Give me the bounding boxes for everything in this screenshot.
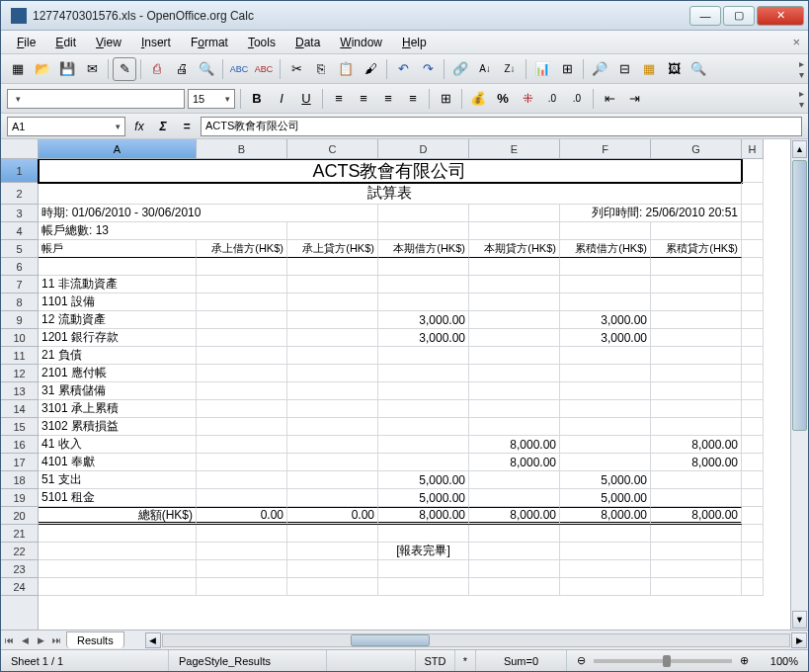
row-header-8[interactable]: 8 bbox=[1, 294, 38, 311]
cell[interactable] bbox=[651, 471, 742, 489]
cell[interactable]: 4101 奉獻 bbox=[39, 454, 197, 471]
cell[interactable]: 3102 累積損益 bbox=[39, 418, 197, 436]
add-decimal-icon[interactable]: .0 bbox=[541, 88, 563, 110]
cell[interactable] bbox=[742, 365, 764, 382]
cell[interactable]: 8,000.00 bbox=[378, 507, 469, 525]
tab-first-icon[interactable]: ⏮ bbox=[1, 632, 17, 648]
chart-icon[interactable]: 📊 bbox=[531, 58, 553, 80]
cell[interactable] bbox=[287, 276, 378, 294]
cell[interactable]: 8,000.00 bbox=[651, 436, 742, 454]
cell[interactable] bbox=[560, 436, 651, 454]
cell[interactable] bbox=[197, 294, 287, 311]
row-header-23[interactable]: 23 bbox=[1, 560, 38, 578]
cell[interactable]: 2101 應付帳 bbox=[39, 365, 197, 382]
cell[interactable] bbox=[651, 276, 742, 294]
row-header-16[interactable]: 16 bbox=[1, 436, 38, 454]
close-button[interactable]: ✕ bbox=[757, 6, 804, 26]
cell[interactable] bbox=[287, 525, 378, 543]
datasource-icon[interactable]: ⊟ bbox=[613, 58, 635, 80]
cell[interactable] bbox=[560, 276, 651, 294]
cell[interactable] bbox=[742, 578, 764, 596]
cell[interactable] bbox=[287, 382, 378, 400]
minimize-button[interactable]: — bbox=[689, 6, 721, 26]
open-icon[interactable]: 📂 bbox=[32, 58, 53, 80]
cell[interactable] bbox=[469, 471, 560, 489]
cell[interactable] bbox=[39, 560, 197, 578]
cell[interactable] bbox=[197, 578, 287, 596]
cell[interactable] bbox=[197, 276, 287, 294]
doc-close-icon[interactable]: × bbox=[792, 35, 800, 49]
cell[interactable]: 本期借方(HK$) bbox=[378, 240, 469, 258]
cut-icon[interactable]: ✂ bbox=[285, 58, 307, 80]
cell[interactable]: 5,000.00 bbox=[560, 471, 651, 489]
row-header-17[interactable]: 17 bbox=[1, 454, 38, 471]
cell[interactable] bbox=[469, 294, 560, 311]
tab-prev-icon[interactable]: ◀ bbox=[17, 632, 33, 648]
cell[interactable] bbox=[469, 347, 560, 365]
name-box[interactable]: A1 bbox=[7, 117, 125, 136]
tab-last-icon[interactable]: ⏭ bbox=[48, 632, 64, 648]
cell[interactable] bbox=[469, 329, 560, 347]
cell-title[interactable]: ACTS教會有限公司 bbox=[39, 159, 742, 183]
cell[interactable] bbox=[287, 347, 378, 365]
cell[interactable]: 累積貸方(HK$) bbox=[651, 240, 742, 258]
menu-data[interactable]: Data bbox=[287, 34, 328, 51]
cells-area[interactable]: ACTS教會有限公司試算表時期: 01/06/2010 - 30/06/2010… bbox=[39, 159, 790, 630]
toolbar-overflow-icon[interactable]: ▸▾ bbox=[799, 58, 804, 80]
cell[interactable] bbox=[197, 382, 287, 400]
row-header-2[interactable]: 2 bbox=[1, 183, 38, 205]
hscroll-track[interactable] bbox=[162, 633, 790, 647]
cell[interactable]: 0.00 bbox=[287, 507, 378, 525]
cell[interactable]: 8,000.00 bbox=[469, 454, 560, 471]
cell[interactable] bbox=[469, 400, 560, 418]
cell[interactable] bbox=[378, 276, 469, 294]
cell[interactable] bbox=[742, 294, 764, 311]
cell[interactable] bbox=[287, 578, 378, 596]
remove-decimal-icon[interactable]: .0 bbox=[566, 88, 588, 110]
cell[interactable]: 12 流動資產 bbox=[39, 311, 197, 329]
row-header-13[interactable]: 13 bbox=[1, 382, 38, 400]
cell[interactable]: 3,000.00 bbox=[560, 311, 651, 329]
cell[interactable] bbox=[742, 347, 764, 365]
cell[interactable]: 1201 銀行存款 bbox=[39, 329, 197, 347]
cell[interactable] bbox=[39, 578, 197, 596]
select-all-corner[interactable] bbox=[1, 139, 39, 159]
number-format-icon[interactable]: ⁜ bbox=[517, 88, 538, 110]
cell[interactable]: 51 支出 bbox=[39, 471, 197, 489]
cell[interactable] bbox=[651, 560, 742, 578]
save-icon[interactable]: 💾 bbox=[56, 58, 78, 80]
cell[interactable] bbox=[742, 205, 764, 222]
toolbar-overflow-icon[interactable]: ▸▾ bbox=[799, 88, 804, 110]
cell[interactable] bbox=[742, 454, 764, 471]
menu-window[interactable]: Window bbox=[332, 34, 390, 51]
cell[interactable] bbox=[560, 294, 651, 311]
cell[interactable] bbox=[39, 258, 197, 276]
menu-view[interactable]: View bbox=[88, 34, 129, 51]
cell[interactable]: 時期: 01/06/2010 - 30/06/2010 bbox=[39, 205, 378, 222]
cell[interactable] bbox=[197, 365, 287, 382]
bold-icon[interactable]: B bbox=[246, 88, 268, 110]
horizontal-scrollbar[interactable]: ◀ ▶ bbox=[144, 631, 808, 649]
hyperlink-icon[interactable]: 🔗 bbox=[449, 58, 471, 80]
scroll-right-icon[interactable]: ▶ bbox=[791, 632, 807, 648]
percent-icon[interactable]: % bbox=[492, 88, 514, 110]
equals-icon[interactable]: = bbox=[177, 117, 197, 136]
cell[interactable]: 8,000.00 bbox=[651, 507, 742, 525]
row-header-20[interactable]: 20 bbox=[1, 507, 38, 525]
cell[interactable]: 承上借方(HK$) bbox=[197, 240, 287, 258]
cell[interactable]: [報表完畢] bbox=[378, 543, 469, 560]
cell[interactable] bbox=[197, 400, 287, 418]
cell[interactable] bbox=[560, 258, 651, 276]
zoom-percent[interactable]: 100% bbox=[759, 650, 808, 671]
cell[interactable] bbox=[742, 311, 764, 329]
cell[interactable]: 5,000.00 bbox=[378, 489, 469, 507]
cell[interactable] bbox=[560, 543, 651, 560]
col-header-H[interactable]: H bbox=[742, 139, 764, 158]
cell[interactable] bbox=[378, 382, 469, 400]
cell[interactable] bbox=[560, 365, 651, 382]
format-paint-icon[interactable]: 🖌 bbox=[360, 58, 381, 80]
row-header-9[interactable]: 9 bbox=[1, 311, 38, 329]
row-header-15[interactable]: 15 bbox=[1, 418, 38, 436]
cell[interactable]: 3,000.00 bbox=[560, 329, 651, 347]
row-header-1[interactable]: 1 bbox=[1, 159, 38, 183]
